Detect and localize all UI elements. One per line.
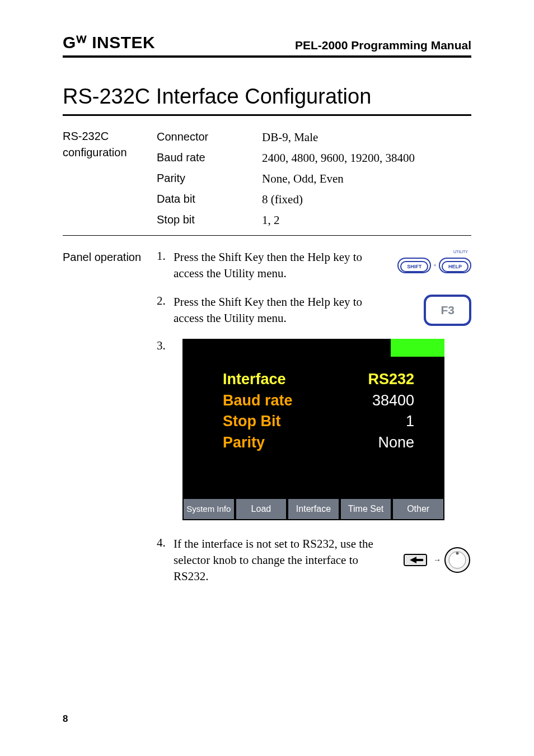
spec-val: 2400, 4800, 9600, 19200, 38400	[262, 151, 471, 165]
panel-operation-block: Panel operation 1. Press the Shift Key t…	[63, 249, 471, 597]
selector-icon	[402, 549, 431, 571]
screen-key: Baud rate	[223, 390, 293, 412]
spec-key: Parity	[157, 172, 262, 186]
arrow-right-icon: →	[433, 556, 441, 564]
spec-val: DB-9, Male	[262, 130, 471, 144]
screen-row-baud: Baud rate 38400	[223, 390, 414, 412]
section-title: RS-232C Interface Configuration	[63, 85, 471, 116]
panel-steps: 1. Press the Shift Key then the Help key…	[157, 249, 471, 597]
page-header: Gᵂ INSTEK PEL-2000 Programming Manual	[63, 32, 471, 58]
screen-topbar	[182, 339, 444, 357]
tab-load[interactable]: Load	[235, 498, 288, 520]
tab-system-info[interactable]: System Info	[182, 498, 235, 520]
doc-title: PEL-2000 Programming Manual	[295, 39, 471, 52]
tab-label: Load	[251, 505, 271, 514]
page: Gᵂ INSTEK PEL-2000 Programming Manual RS…	[0, 0, 534, 756]
table-row: Baud rate 2400, 4800, 9600, 19200, 38400	[157, 149, 471, 170]
screen-value: 38400	[372, 390, 414, 412]
tab-label: Other	[407, 505, 429, 514]
spec-key: Stop bit	[157, 213, 262, 227]
table-row: Parity None, Odd, Even	[157, 170, 471, 190]
screen-key: Interface	[223, 369, 286, 390]
step-text: Press the Shift Key then the Help key to…	[174, 294, 382, 326]
tab-label: Interface	[296, 505, 331, 514]
step-1: 1. Press the Shift Key then the Help key…	[157, 249, 471, 282]
knob-icon	[443, 546, 471, 574]
step-number: 3.	[157, 339, 174, 520]
shift-key-icon: SHIFT	[397, 258, 431, 273]
screen-value: None	[378, 432, 414, 454]
tab-interface[interactable]: Interface	[287, 498, 340, 520]
screen-tabs: System Info Load Interface Time Set	[182, 498, 444, 520]
step-art: →	[382, 536, 471, 585]
screen-row-stopbit: Stop Bit 1	[223, 411, 414, 432]
spec-key: Data bit	[157, 193, 262, 207]
spec-key: Connector	[157, 130, 262, 144]
help-key-icon: UTILITY HELP	[439, 258, 471, 273]
divider	[63, 235, 471, 236]
step-art: SHIFT + UTILITY HELP	[382, 249, 471, 282]
tab-time-set[interactable]: Time Set	[340, 498, 392, 520]
svg-point-6	[456, 552, 459, 555]
tab-label: System Info	[186, 505, 231, 513]
help-key-label: HELP	[442, 261, 469, 272]
status-indicator-icon	[391, 339, 444, 357]
config-table: Connector DB-9, Male Baud rate 2400, 480…	[157, 128, 471, 232]
step-number: 4.	[157, 536, 174, 585]
tab-other[interactable]: Other	[392, 498, 444, 520]
device-screen: Interface RS232 Baud rate 38400 Stop Bit…	[182, 339, 444, 520]
screen-value: 1	[406, 411, 414, 432]
step-text: If the interface is not set to RS232, us…	[174, 536, 382, 585]
config-block: RS-232C configuration Connector DB-9, Ma…	[63, 128, 471, 232]
screen-row-interface: Interface RS232	[223, 369, 414, 390]
step-4: 4. If the interface is not set to RS232,…	[157, 536, 471, 585]
screen-key: Stop Bit	[223, 411, 280, 432]
screen-value: RS232	[368, 369, 414, 390]
screen-row-parity: Parity None	[223, 432, 414, 454]
spec-key: Baud rate	[157, 151, 262, 165]
brand-logo: Gᵂ INSTEK	[63, 32, 155, 52]
plus-icon: +	[433, 262, 437, 268]
screen-body: Interface RS232 Baud rate 38400 Stop Bit…	[182, 357, 444, 498]
step-art: F3	[382, 294, 471, 326]
spec-val: None, Odd, Even	[262, 172, 471, 186]
table-row: Connector DB-9, Male	[157, 128, 471, 149]
step-number: 1.	[157, 249, 174, 282]
tab-label: Time Set	[348, 505, 383, 514]
svg-rect-3	[416, 559, 423, 561]
config-label: RS-232C configuration	[63, 128, 157, 232]
panel-label: Panel operation	[63, 249, 157, 597]
spec-val: 8 (fixed)	[262, 193, 471, 207]
step-2: 2. Press the Shift Key then the Help key…	[157, 294, 471, 326]
utility-super-label: UTILITY	[453, 250, 468, 254]
shift-key-label: SHIFT	[400, 261, 428, 272]
step-text: Press the Shift Key then the Help key to…	[174, 249, 382, 282]
table-row: Data bit 8 (fixed)	[157, 190, 471, 211]
content: RS-232C configuration Connector DB-9, Ma…	[63, 128, 471, 597]
step-3: 3. Interface RS232 Baud rate	[157, 339, 471, 520]
table-row: Stop bit 1, 2	[157, 211, 471, 232]
f3-key-icon: F3	[424, 295, 471, 326]
screen-key: Parity	[223, 432, 265, 454]
step-number: 2.	[157, 294, 174, 326]
spec-val: 1, 2	[262, 213, 471, 227]
page-number: 8	[63, 713, 68, 725]
